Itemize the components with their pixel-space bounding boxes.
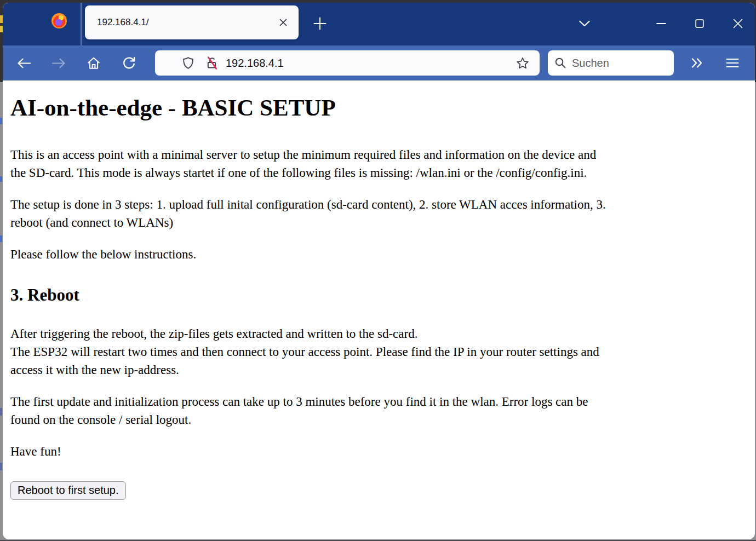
address-bar[interactable]: 192.168.4.1 (155, 50, 540, 76)
forward-button[interactable] (47, 45, 71, 80)
window-maximize-button[interactable] (688, 13, 711, 34)
firefox-logo-icon (51, 13, 67, 28)
search-icon (554, 57, 566, 69)
hamburger-menu-icon (726, 58, 739, 68)
chevron-down-icon (579, 20, 591, 27)
desktop-fragment (0, 463, 2, 470)
maximize-icon (695, 19, 704, 28)
insecure-lock-icon (205, 56, 219, 70)
button-row: Reboot to first setup. (10, 481, 747, 500)
window-close-button[interactable] (726, 13, 749, 34)
app-menu-button[interactable] (721, 53, 743, 73)
tab-strip-separator (81, 3, 82, 45)
home-button[interactable] (82, 45, 106, 80)
desktop-fragment (0, 118, 2, 124)
minimize-icon (656, 22, 666, 25)
page-content: AI-on-the-edge - BASIC SETUP This is an … (3, 80, 755, 539)
back-button[interactable] (12, 45, 36, 80)
tab-close-button[interactable] (276, 15, 291, 30)
window-minimize-button[interactable] (650, 13, 673, 34)
intro-paragraph: This is an access point with a minimal s… (10, 146, 747, 182)
double-chevron-right-icon (691, 57, 703, 68)
browser-tab[interactable]: 192.168.4.1/ (85, 5, 299, 39)
close-icon (733, 19, 743, 28)
reboot-button[interactable]: Reboot to first setup. (10, 481, 126, 500)
reboot-info-paragraph: After triggering the reboot, the zip-fil… (10, 325, 747, 379)
star-icon (516, 56, 529, 70)
desktop-fragment (0, 408, 2, 416)
navigation-toolbar: 192.168.4.1 (3, 45, 755, 80)
browser-window: 192.168.4.1/ (3, 3, 755, 539)
connection-insecure-button[interactable] (205, 56, 219, 70)
tracking-protection-shield-icon[interactable] (181, 56, 195, 70)
reload-icon (122, 56, 136, 70)
url-text[interactable]: 192.168.4.1 (226, 57, 513, 70)
search-input[interactable] (572, 57, 667, 70)
reload-button[interactable] (117, 45, 141, 80)
steps-paragraph: The setup is done in 3 steps: 1. upload … (10, 195, 747, 232)
search-bar[interactable] (548, 50, 674, 76)
new-tab-button[interactable] (311, 15, 329, 32)
back-arrow-icon (16, 57, 31, 69)
close-icon (279, 19, 287, 26)
desktop-fragment (0, 235, 2, 242)
browser-titlebar: 192.168.4.1/ (3, 3, 755, 45)
home-icon (87, 56, 101, 70)
list-all-tabs-button[interactable] (576, 16, 593, 31)
bookmark-star-button[interactable] (513, 54, 532, 72)
page-title: AI-on-the-edge - BASIC SETUP (10, 95, 747, 121)
desktop-fragment (0, 176, 2, 182)
overflow-menu-button[interactable] (686, 53, 708, 73)
tab-title: 192.168.4.1/ (97, 17, 149, 28)
first-update-paragraph: The first update and initialization proc… (10, 393, 747, 429)
have-fun-text: Have fun! (10, 442, 747, 461)
section-heading-reboot: 3. Reboot (10, 285, 747, 305)
plus-icon (313, 16, 327, 31)
follow-instructions-text: Please follow the below instructions. (10, 245, 747, 263)
forward-arrow-icon (51, 57, 66, 69)
